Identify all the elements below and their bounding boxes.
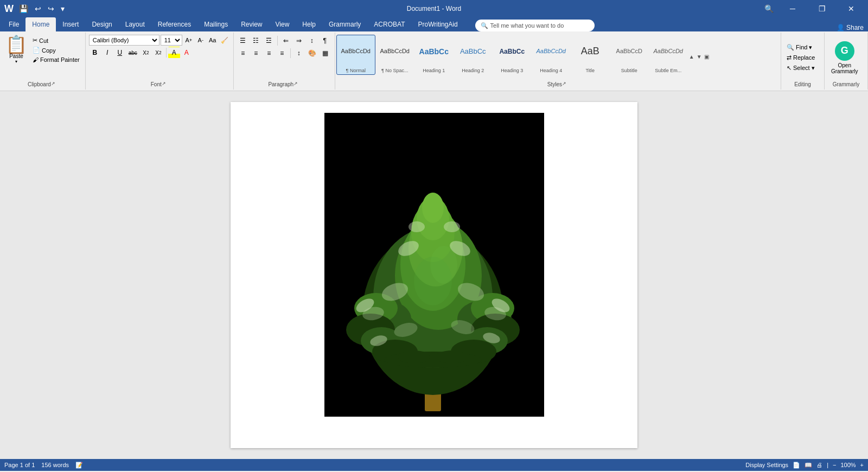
display-settings-button[interactable]: Display Settings bbox=[745, 462, 788, 468]
tab-acrobat[interactable]: ACROBAT bbox=[367, 17, 411, 31]
search-button[interactable]: 🔍 bbox=[762, 3, 776, 14]
replace-button[interactable]: ⇄ Replace bbox=[784, 53, 817, 62]
subscript-button[interactable]: X2 bbox=[140, 47, 152, 59]
style-heading3[interactable]: AaBbCc Heading 3 bbox=[493, 35, 532, 75]
font-format-row: B I U abc X2 X2 A A bbox=[89, 47, 193, 59]
proofing-icon[interactable]: 📝 bbox=[75, 462, 83, 469]
divider bbox=[166, 48, 167, 58]
styles-more-button[interactable]: ▣ bbox=[703, 35, 711, 78]
minimize-button[interactable]: ─ bbox=[780, 0, 805, 17]
font-name-row: Calibri (Body) 11 A+ A- Aa 🧹 bbox=[89, 35, 230, 46]
redo-button[interactable]: ↪ bbox=[46, 3, 56, 14]
cut-button[interactable]: ✂ Cut bbox=[30, 36, 82, 45]
page-info: Page 1 of 1 bbox=[4, 462, 35, 468]
style-normal-preview: AaBbCcDd bbox=[341, 36, 371, 67]
zoom-out-button[interactable]: − bbox=[833, 462, 836, 468]
line-spacing-button[interactable]: ↕ bbox=[293, 47, 305, 59]
style-heading1[interactable]: AaBbCc Heading 1 bbox=[414, 35, 454, 75]
window-controls: 🔍 ─ ❐ ✕ bbox=[762, 0, 864, 17]
decrease-indent-button[interactable]: ⇐ bbox=[280, 35, 292, 47]
select-label: Select ▾ bbox=[793, 65, 815, 72]
align-right-button[interactable]: ≡ bbox=[263, 47, 275, 59]
clear-format-button[interactable]: 🧹 bbox=[219, 35, 230, 46]
view-print-button[interactable]: 🖨 bbox=[816, 462, 822, 468]
align-center-button[interactable]: ≡ bbox=[250, 47, 262, 59]
copy-button[interactable]: 📄 Copy bbox=[30, 46, 82, 55]
zoom-in-button[interactable]: + bbox=[860, 462, 864, 468]
show-marks-button[interactable]: ¶ bbox=[319, 35, 331, 47]
styles-dialog-button[interactable]: ↗ bbox=[562, 81, 569, 87]
style-heading2[interactable]: AaBbCc Heading 2 bbox=[454, 35, 493, 75]
tell-me-text: Tell me what you want to do bbox=[490, 22, 564, 29]
document-title: Document1 - Word bbox=[407, 5, 461, 12]
svg-point-37 bbox=[384, 352, 482, 368]
style-h1-label: Heading 1 bbox=[423, 68, 445, 73]
paragraph-dialog-button[interactable]: ↗ bbox=[293, 81, 300, 87]
shading-button[interactable]: 🎨 bbox=[306, 47, 318, 59]
tab-help[interactable]: Help bbox=[296, 17, 322, 31]
format-painter-button[interactable]: 🖌 Format Painter bbox=[30, 55, 82, 64]
view-reading-button[interactable]: 📖 bbox=[805, 462, 812, 469]
style-h4-preview: AaBbCcDd bbox=[537, 36, 566, 67]
select-button[interactable]: ↖ Select ▾ bbox=[784, 63, 817, 73]
style-title[interactable]: AaB Title bbox=[571, 35, 610, 75]
superscript-button[interactable]: X2 bbox=[152, 47, 164, 59]
tab-prowritingaid[interactable]: ProWritingAid bbox=[411, 17, 464, 31]
tab-view[interactable]: View bbox=[269, 17, 296, 31]
font-dialog-button[interactable]: ↗ bbox=[162, 81, 168, 87]
share-button[interactable]: 👤 Share bbox=[837, 24, 864, 31]
tab-grammarly[interactable]: Grammarly bbox=[322, 17, 367, 31]
style-subtle-em-preview: AaBbCcDd bbox=[654, 36, 683, 67]
tab-insert[interactable]: Insert bbox=[56, 17, 85, 31]
shrink-font-button[interactable]: A- bbox=[195, 35, 206, 46]
styles-scroll-down-button[interactable]: ▼ bbox=[695, 35, 703, 78]
multi-level-list-button[interactable]: ☲ bbox=[263, 35, 275, 47]
justify-button[interactable]: ≡ bbox=[276, 47, 288, 59]
font-size-select[interactable]: 11 bbox=[161, 35, 182, 46]
borders-button[interactable]: ▦ bbox=[320, 47, 331, 59]
numbered-list-button[interactable]: ☷ bbox=[250, 35, 262, 47]
tab-home[interactable]: Home bbox=[25, 17, 56, 31]
find-dropdown: ▾ bbox=[809, 44, 812, 51]
change-case-button[interactable]: Aa bbox=[207, 35, 218, 46]
style-heading4[interactable]: AaBbCcDd Heading 4 bbox=[532, 35, 571, 75]
grow-font-button[interactable]: A+ bbox=[183, 35, 194, 46]
strikethrough-button[interactable]: abc bbox=[126, 47, 139, 59]
customize-quick-access-button[interactable]: ▾ bbox=[59, 3, 67, 14]
style-subtle-em[interactable]: AaBbCcDd Subtle Em... bbox=[649, 35, 688, 75]
styles-scroll-up-button[interactable]: ▲ bbox=[688, 35, 695, 78]
tab-review[interactable]: Review bbox=[234, 17, 269, 31]
find-button[interactable]: 🔍 Find ▾ bbox=[784, 43, 814, 52]
clipboard-dialog-button[interactable]: ↗ bbox=[51, 81, 58, 87]
bold-button[interactable]: B bbox=[89, 47, 101, 59]
paste-button[interactable]: 📋 Paste ▾ bbox=[3, 35, 29, 80]
style-normal[interactable]: AaBbCcDd ¶ Normal bbox=[336, 35, 375, 75]
align-left-button[interactable]: ≡ bbox=[237, 47, 249, 59]
open-grammarly-button[interactable]: G OpenGrammarly bbox=[829, 39, 860, 76]
style-subtitle[interactable]: AaBbCcD Subtitle bbox=[610, 35, 649, 75]
font-color-button[interactable]: A bbox=[181, 47, 193, 59]
close-button[interactable]: ✕ bbox=[839, 0, 864, 17]
tab-file[interactable]: File bbox=[2, 17, 25, 31]
find-icon: 🔍 bbox=[787, 44, 794, 51]
undo-button[interactable]: ↩ bbox=[33, 3, 43, 14]
text-highlight-button[interactable]: A bbox=[168, 47, 180, 59]
tab-design[interactable]: Design bbox=[85, 17, 118, 31]
style-no-spacing[interactable]: AaBbCcDd ¶ No Spac... bbox=[375, 35, 414, 75]
tree-image[interactable] bbox=[324, 113, 544, 417]
bullet-list-button[interactable]: ☰ bbox=[237, 35, 249, 47]
italic-button[interactable]: I bbox=[101, 47, 113, 59]
tab-mailings[interactable]: Mailings bbox=[197, 17, 234, 31]
save-button[interactable]: 💾 bbox=[17, 3, 30, 14]
restore-button[interactable]: ❐ bbox=[809, 0, 834, 17]
sort-button[interactable]: ↕ bbox=[306, 35, 318, 47]
increase-indent-button[interactable]: ⇒ bbox=[293, 35, 305, 47]
style-h1-preview: AaBbCc bbox=[419, 36, 449, 67]
select-icon: ↖ bbox=[787, 65, 792, 72]
font-name-select[interactable]: Calibri (Body) bbox=[89, 35, 159, 46]
tab-layout[interactable]: Layout bbox=[119, 17, 151, 31]
tell-me-bar[interactable]: 🔍 Tell me what you want to do bbox=[475, 20, 595, 31]
view-normal-button[interactable]: 📄 bbox=[793, 462, 800, 469]
underline-button[interactable]: U bbox=[114, 47, 126, 59]
tab-references[interactable]: References bbox=[151, 17, 197, 31]
